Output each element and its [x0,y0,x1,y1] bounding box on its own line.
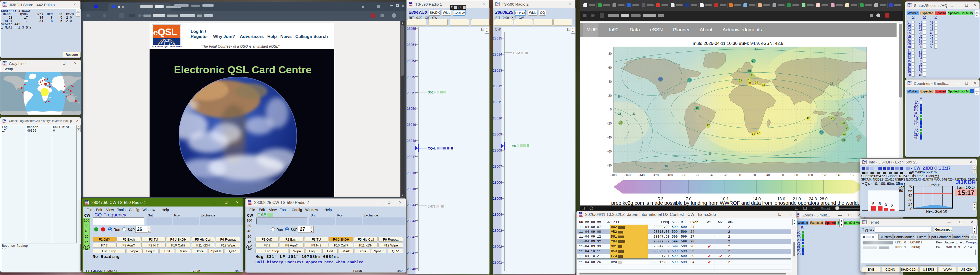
svg-text:60: 60 [780,174,784,177]
svg-text:34: 34 [752,133,755,135]
svg-text:-120: -120 [652,174,659,177]
svg-text:-60: -60 [608,150,612,153]
svg-text:-40: -40 [710,174,714,177]
svg-text:28: 28 [794,138,797,141]
svg-text:0: 0 [739,174,741,177]
svg-text:-140: -140 [638,174,645,177]
svg-text:18: 18 [748,70,751,73]
svg-text:-40: -40 [608,136,612,139]
svg-text:120: 120 [822,174,827,177]
svg-text:46: 46 [807,117,810,120]
svg-text:37: 37 [757,131,760,134]
svg-text:18: 18 [708,152,711,155]
svg-text:21: 21 [861,95,864,98]
svg-text:25: 25 [830,82,833,85]
svg-text:140: 140 [836,174,841,177]
svg-text:14: 14 [704,159,708,162]
svg-text:15: 15 [820,131,823,134]
svg-text:20: 20 [752,174,756,177]
svg-text:80: 80 [608,52,612,55]
svg-text:34: 34 [755,81,758,84]
svg-text:8: 8 [660,77,661,81]
svg-text:25: 25 [618,112,621,115]
svg-text:13: 13 [688,79,691,82]
svg-text:-100: -100 [667,174,673,177]
svg-text:40: 40 [767,174,770,177]
svg-text:27: 27 [707,124,710,127]
svg-text:24: 24 [831,116,834,119]
svg-text:100: 100 [808,174,813,177]
svg-text:19: 19 [842,139,845,141]
svg-text:80: 80 [794,174,798,177]
svg-text:-180: -180 [611,174,617,177]
svg-text:17: 17 [752,59,755,62]
svg-text:-80: -80 [682,174,686,177]
svg-text:-80: -80 [608,164,612,167]
svg-text:-60: -60 [696,174,700,177]
svg-text:14: 14 [755,48,758,51]
svg-text:23: 23 [739,79,742,82]
svg-text:33: 33 [762,84,765,86]
svg-text:-20: -20 [608,122,612,125]
svg-text:21: 21 [846,127,849,130]
svg-text:160: 160 [850,174,855,177]
svg-text:18: 18 [696,106,699,109]
svg-text:10: 10 [638,77,641,81]
svg-text:18: 18 [617,95,620,98]
svg-text:0: 0 [610,108,612,111]
svg-text:24: 24 [750,74,753,77]
svg-text:25: 25 [747,79,750,82]
svg-text:24: 24 [619,121,622,124]
svg-text:23: 23 [842,122,845,125]
svg-text:21: 21 [632,112,635,115]
svg-text:40: 40 [608,80,612,84]
svg-text:23: 23 [843,133,846,135]
svg-text:60: 60 [608,66,612,70]
svg-text:-160: -160 [625,174,631,177]
svg-text:20: 20 [608,94,612,98]
svg-text:31: 31 [748,82,751,85]
svg-text:10: 10 [665,165,668,168]
svg-text:-20: -20 [724,174,729,177]
